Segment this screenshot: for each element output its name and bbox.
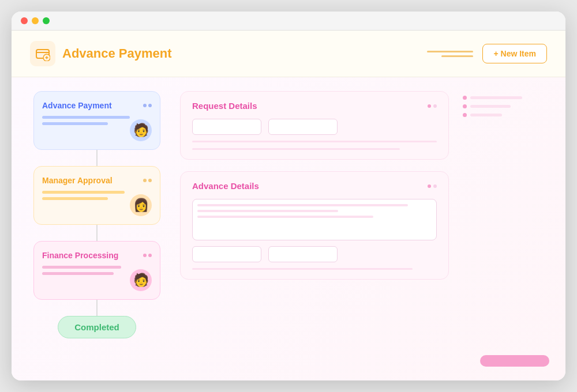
sidebar-item-3 (463, 113, 549, 117)
app-header: Advance Payment + New Item (12, 31, 565, 77)
close-button[interactable] (21, 17, 28, 24)
workflow-column: Advance Payment 🧑 Manager Approval (28, 91, 166, 367)
card-header: Advance Payment (42, 101, 152, 110)
card-header: Finance Processing (42, 251, 152, 260)
sidebar-items (463, 96, 549, 117)
connector-1 (96, 150, 98, 166)
form-row-2 (192, 246, 437, 262)
line-1 (42, 266, 121, 269)
avatar: 🧑 (130, 269, 152, 291)
payment-icon (35, 46, 50, 61)
dot-1 (143, 254, 147, 257)
advance-details-section: Advance Details (180, 171, 449, 280)
sidebar-bar-1 (470, 96, 522, 99)
line-1 (42, 191, 125, 194)
minimize-button[interactable] (32, 17, 39, 24)
section-header: Request Details (192, 101, 437, 111)
textarea-line-3 (197, 216, 373, 218)
card-dots (143, 254, 152, 257)
textarea-line-2 (197, 210, 338, 212)
separator-2 (192, 148, 400, 150)
field-3[interactable] (192, 246, 261, 262)
section-toggle[interactable] (428, 184, 437, 188)
card-dots (143, 104, 152, 107)
sidebar-column (463, 91, 549, 367)
details-column: Request Details Advance (180, 91, 449, 367)
sidebar-dot-3 (463, 113, 467, 117)
page-title: Advance Payment (62, 46, 172, 61)
app-window: Advance Payment + New Item Advance Payme… (12, 12, 565, 380)
separator-1 (192, 141, 437, 142)
textarea-line-1 (197, 204, 408, 206)
dot-1 (143, 104, 147, 107)
maximize-button[interactable] (43, 17, 50, 24)
new-item-button[interactable]: + New Item (482, 44, 547, 63)
header-line-1 (427, 51, 473, 52)
dot-2 (148, 104, 152, 107)
separator-3 (192, 268, 413, 270)
card-title: Finance Processing (42, 251, 118, 260)
sidebar-action-button[interactable] (480, 355, 549, 367)
toggle-dot-1 (428, 184, 431, 188)
dot-1 (143, 179, 147, 182)
text-area[interactable] (192, 199, 437, 240)
card-title: Advance Payment (42, 101, 112, 110)
dot-2 (148, 254, 152, 257)
line-1 (42, 116, 130, 119)
finance-processing-card[interactable]: Finance Processing 🧑 (33, 241, 160, 300)
line-2 (42, 197, 108, 200)
advance-payment-card[interactable]: Advance Payment 🧑 (33, 91, 160, 150)
request-details-title: Request Details (192, 101, 257, 111)
sidebar-dot-1 (463, 96, 467, 100)
request-details-section: Request Details (180, 91, 449, 160)
line-2 (42, 122, 108, 125)
field-1[interactable] (192, 119, 261, 135)
card-header: Manager Approval (42, 176, 152, 185)
toggle-dot-1 (428, 104, 431, 108)
card-title: Manager Approval (42, 176, 113, 185)
sidebar-bar-3 (470, 114, 502, 116)
dot-2 (148, 179, 152, 182)
section-toggle[interactable] (428, 104, 437, 108)
connector-3 (96, 300, 98, 316)
sidebar-item-2 (463, 104, 549, 108)
sidebar-spacer (463, 129, 549, 348)
sidebar-bar-2 (470, 105, 511, 108)
advance-details-title: Advance Details (192, 181, 259, 191)
line-2 (42, 272, 114, 275)
header-decoration (427, 51, 473, 57)
header-left: Advance Payment (30, 41, 172, 66)
field-2[interactable] (268, 119, 338, 135)
sidebar-dot-2 (463, 104, 467, 108)
header-right: + New Item (427, 44, 547, 63)
header-line-2 (441, 55, 473, 57)
titlebar (12, 12, 565, 31)
toggle-dot-2 (433, 104, 437, 108)
section-header: Advance Details (192, 181, 437, 191)
avatar: 👩 (130, 194, 152, 216)
form-row-1 (192, 119, 437, 135)
avatar: 🧑 (130, 119, 152, 141)
connector-2 (96, 225, 98, 241)
toggle-dot-2 (433, 184, 437, 188)
field-4[interactable] (268, 246, 338, 262)
app-icon (30, 41, 55, 66)
main-content: Advance Payment 🧑 Manager Approval (12, 77, 565, 380)
completed-badge: Completed (58, 316, 136, 338)
sidebar-item-1 (463, 96, 549, 100)
manager-approval-card[interactable]: Manager Approval 👩 (33, 166, 160, 225)
card-dots (143, 179, 152, 182)
